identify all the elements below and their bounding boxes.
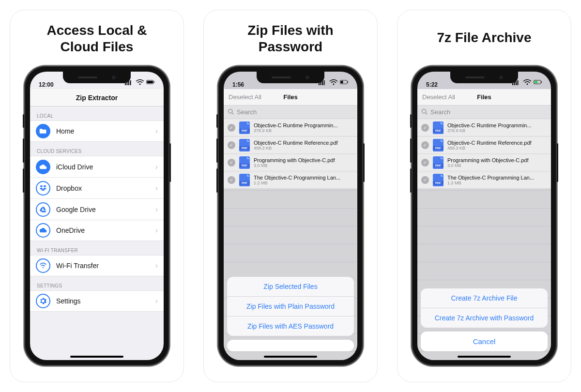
svg-point-4 xyxy=(139,84,141,85)
file-row[interactable]: Programming with Objective-C.pdf3.0 MB xyxy=(224,154,357,171)
panel-7z-archive: 7z File Archive 5:22 Deselect All Files xyxy=(397,10,571,382)
svg-rect-10 xyxy=(321,82,321,85)
row-wifi[interactable]: Wi-Fi Transfer › xyxy=(30,255,164,276)
search-icon xyxy=(421,108,428,116)
file-row[interactable]: The Objective-C Programming Lan...1.2 MB xyxy=(224,171,357,189)
row-home-label: Home xyxy=(56,127,150,135)
action-cancel[interactable] xyxy=(227,340,354,351)
deselect-all-button[interactable]: Deselect All xyxy=(229,93,261,101)
action-create-7z-password[interactable]: Create 7z Archive with Password xyxy=(421,308,548,328)
action-zip-selected[interactable]: Zip Selected Files xyxy=(227,277,354,296)
pdf-icon xyxy=(433,121,443,134)
row-gdrive-label: Google Drive xyxy=(56,206,150,213)
file-row[interactable]: Programming with Objective-C.pdf3.0 MB xyxy=(417,154,551,171)
navbar-title: Files xyxy=(477,93,491,101)
svg-rect-15 xyxy=(341,81,343,83)
search-placeholder: Search xyxy=(430,108,450,116)
row-icloud-label: iCloud Drive xyxy=(56,163,150,171)
file-name: Programming with Objective-C.pdf xyxy=(254,157,353,163)
headline-3: 7z File Archive xyxy=(432,22,536,61)
navbar-title: Zip Extractor xyxy=(30,89,164,106)
panel-access-local-cloud: Access Local & Cloud Files 12:00 xyxy=(10,10,184,382)
wifi-icon xyxy=(329,78,338,88)
file-size: 458.3 KB xyxy=(254,146,353,151)
row-gdrive[interactable]: Google Drive › xyxy=(30,198,164,220)
pdf-icon xyxy=(433,139,443,151)
pdf-icon xyxy=(239,139,250,151)
headline-2-line2: Password xyxy=(259,39,322,54)
section-cloud: CLOUD SERVICES xyxy=(30,142,164,156)
section-wifi: WI-FI TRANSFER xyxy=(30,241,164,255)
file-size: 458.3 KB xyxy=(447,146,547,151)
row-onedrive-label: OneDrive xyxy=(56,226,150,234)
check-icon xyxy=(228,141,235,149)
file-name: Objective-C Runtime Reference.pdf xyxy=(447,140,547,146)
row-settings[interactable]: Settings › xyxy=(30,290,164,312)
navbar-title: Files xyxy=(283,93,298,101)
search-icon xyxy=(228,108,234,116)
file-size: 376.9 KB xyxy=(254,128,353,133)
svg-rect-22 xyxy=(518,80,519,85)
action-sheet-zip: Zip Selected Files Zip Files with Plain … xyxy=(227,277,354,351)
file-row[interactable]: Objective-C Runtime Programmin...376.9 K… xyxy=(224,119,357,136)
file-row[interactable]: Objective-C Runtime Programmin...376.9 K… xyxy=(417,119,551,136)
svg-rect-7 xyxy=(154,81,155,82)
file-row[interactable]: Objective-C Runtime Reference.pdf458.3 K… xyxy=(224,136,357,154)
headline-1: Access Local & Cloud Files xyxy=(42,22,152,61)
search-input[interactable]: Search xyxy=(224,106,357,119)
svg-rect-1 xyxy=(127,82,128,85)
row-dropbox[interactable]: Dropbox › xyxy=(30,177,164,198)
battery-icon xyxy=(534,78,542,88)
pdf-icon xyxy=(239,121,250,134)
section-settings: SETTINGS xyxy=(30,276,164,290)
row-dropbox-label: Dropbox xyxy=(56,184,150,192)
wifi-icon xyxy=(523,78,532,88)
file-row[interactable]: Objective-C Runtime Reference.pdf458.3 K… xyxy=(417,136,551,154)
deselect-all-button[interactable]: Deselect All xyxy=(422,93,455,101)
svg-rect-9 xyxy=(319,83,320,85)
dropbox-icon xyxy=(36,181,50,196)
file-size: 376.9 KB xyxy=(447,128,547,133)
svg-rect-11 xyxy=(322,81,323,85)
battery-icon xyxy=(146,78,155,88)
file-row[interactable]: The Objective-C Programming Lan...1.2 MB xyxy=(417,171,551,189)
file-size: 1.2 MB xyxy=(254,181,353,185)
action-cancel[interactable]: Cancel xyxy=(421,332,548,351)
svg-point-23 xyxy=(527,84,528,85)
check-icon xyxy=(228,176,235,184)
row-wifi-label: Wi-Fi Transfer xyxy=(56,262,150,270)
search-placeholder: Search xyxy=(237,108,257,116)
phone-mockup-1: 12:00 Zip Extractor LOCAL xyxy=(24,66,169,366)
wifi-icon xyxy=(136,78,144,88)
file-name: Objective-C Runtime Reference.pdf xyxy=(254,140,353,146)
svg-rect-6 xyxy=(147,81,153,83)
svg-point-17 xyxy=(229,109,232,113)
svg-point-13 xyxy=(333,84,335,85)
chevron-right-icon: › xyxy=(155,226,158,235)
svg-rect-12 xyxy=(324,80,325,85)
phone-mockup-2: 1:56 Deselect All Files Search xyxy=(218,66,363,366)
svg-rect-3 xyxy=(130,80,131,85)
search-input[interactable]: Search xyxy=(417,106,551,119)
action-zip-plain-password[interactable]: Zip Files with Plain Password xyxy=(227,296,354,316)
row-onedrive[interactable]: OneDrive › xyxy=(30,220,164,241)
check-icon xyxy=(421,159,429,166)
section-local: LOCAL xyxy=(30,106,164,121)
pdf-icon xyxy=(433,174,443,186)
chevron-right-icon: › xyxy=(155,163,158,171)
pdf-icon xyxy=(433,156,443,169)
svg-line-28 xyxy=(426,112,427,114)
action-zip-aes-password[interactable]: Zip Files with AES Password xyxy=(227,316,354,336)
svg-point-27 xyxy=(422,109,426,113)
file-size: 3.0 MB xyxy=(447,163,547,168)
row-home[interactable]: Home › xyxy=(30,121,164,142)
row-icloud[interactable]: iCloud Drive › xyxy=(30,156,164,177)
svg-rect-25 xyxy=(535,81,538,83)
svg-rect-21 xyxy=(516,81,517,85)
chevron-right-icon: › xyxy=(155,127,158,136)
file-name: The Objective-C Programming Lan... xyxy=(254,175,353,181)
headline-1-line2: Cloud Files xyxy=(61,39,134,54)
status-time: 1:56 xyxy=(232,81,244,88)
check-icon xyxy=(228,159,235,166)
action-create-7z[interactable]: Create 7z Archive File xyxy=(421,288,548,308)
